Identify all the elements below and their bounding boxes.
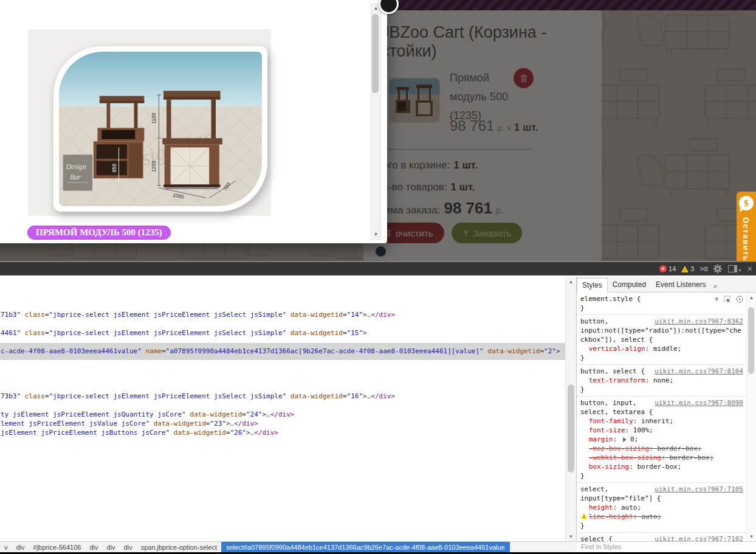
elements-code-line[interactable]: 4461" class="jbprice-select jsElement js… xyxy=(1,328,367,338)
devtools-close-icon[interactable]: × xyxy=(747,264,752,274)
modal-scrollbar-thumb[interactable] xyxy=(372,14,379,93)
breadcrumb-item[interactable]: v xyxy=(0,544,12,551)
breadcrumb-item[interactable]: span.jbprice-option-select xyxy=(137,544,221,551)
css-property[interactable]: font-size: 100%; xyxy=(580,426,743,435)
breadcrumb-item[interactable]: div xyxy=(120,544,137,551)
elements-scrollbar-thumb[interactable] xyxy=(568,384,574,473)
web-page: JBZoo Cart (Корзина - стойки) Прямой мод… xyxy=(0,0,756,261)
css-property[interactable]: !line-height: auto; xyxy=(580,512,743,521)
dim-1200: 1200 xyxy=(151,161,157,172)
dock-side-icon[interactable]: ▼ xyxy=(728,265,742,272)
scroll-up-arrow[interactable]: ▲ xyxy=(747,294,756,302)
dim-850: 850 xyxy=(111,164,117,172)
styles-scrollbar[interactable]: ▲ ▼ xyxy=(746,293,756,542)
scroll-down-arrow[interactable]: ▼ xyxy=(747,533,756,541)
elements-code-line[interactable]: jsElement jsPriceElement jsButtons jsCor… xyxy=(1,428,278,437)
devtools-toolbar: × 14 ! 3 >≡ xyxy=(0,262,756,275)
product-photo-frame: Design Bar xyxy=(28,29,271,216)
css-property[interactable]: height: auto; xyxy=(580,503,743,512)
product-photo-card: Design Bar xyxy=(53,46,267,212)
expand-shorthand-icon[interactable] xyxy=(623,437,629,442)
css-source-link[interactable]: uikit.min.css?967:7105 xyxy=(655,485,743,494)
css-source-link[interactable]: uikit.min.css?967:8090 xyxy=(655,398,743,407)
breadcrumb-item[interactable]: div xyxy=(12,544,29,551)
css-rule: uikit.min.css?967:8090button, input, sel… xyxy=(577,396,746,483)
breadcrumb-item[interactable]: #jbprice-564106 xyxy=(29,544,86,551)
find-in-styles-input[interactable]: Find in Styles xyxy=(577,541,756,552)
warning-icon: ! xyxy=(581,513,587,519)
modal-scrollbar[interactable]: ▲ ▼ xyxy=(371,4,381,240)
elements-code-line[interactable]: c-acde-4f08-aae8-0103eeea4461value" name… xyxy=(1,347,560,356)
elements-breadcrumb: vdiv#jbprice-564106divdivdivspan.jbprice… xyxy=(0,541,577,552)
scroll-down-arrow[interactable]: ▼ xyxy=(371,230,380,239)
scroll-up-arrow[interactable]: ▲ xyxy=(566,278,576,286)
css-selector[interactable]: button, input, select, textarea { xyxy=(580,399,653,416)
product-name-pill: ПРЯМОЙ МОДУЛЬ 500 (1235) xyxy=(27,226,171,240)
css-rule: uikit.min.css?967:8362button, input:not(… xyxy=(577,315,746,365)
css-property[interactable]: margin: 0; xyxy=(580,435,743,444)
tab-computed[interactable]: Computed xyxy=(608,278,651,292)
css-property[interactable]: font-family: inherit; xyxy=(580,417,743,426)
warning-icon: ! xyxy=(681,266,689,272)
product-scene: Design Bar xyxy=(59,52,262,206)
styles-sidebar: Styles Computed Event Listeners » +eleme… xyxy=(577,277,756,542)
elements-code-line[interactable]: 73b3" class="jbprice-select jsElement js… xyxy=(1,392,395,401)
css-rule: uikit.min.css?967:7105select, input[type… xyxy=(577,483,746,533)
devtools-panel: × 14 ! 3 >≡ xyxy=(0,261,756,554)
console-errors-badge[interactable]: × 14 xyxy=(659,265,676,272)
styles-rules: +element.style {}uikit.min.css?967:8362b… xyxy=(577,293,746,542)
styles-scrollbar-thumb[interactable] xyxy=(748,307,754,374)
svg-text:Design: Design xyxy=(66,163,86,171)
elements-code-line[interactable]: ty jsElement jsPriceElement jsQuantity j… xyxy=(1,410,294,419)
css-property[interactable]: box-sizing: border-box; xyxy=(580,462,743,471)
svg-text:!: ! xyxy=(684,267,686,272)
css-selector[interactable]: button, select { xyxy=(580,367,645,375)
breadcrumb-item[interactable]: div xyxy=(103,544,120,551)
product-render[interactable]: Design Bar xyxy=(59,52,262,206)
error-icon: × xyxy=(659,265,667,272)
toggle-element-state-icon[interactable] xyxy=(736,296,743,303)
product-lightbox-modal: Design Bar xyxy=(0,0,387,243)
css-property[interactable]: -moz-box-sizing: border-box; xyxy=(580,444,743,453)
scroll-down-arrow[interactable]: ▼ xyxy=(566,533,576,541)
svg-text:Bar: Bar xyxy=(70,173,81,181)
css-property[interactable]: -webkit-box-sizing: border-box; xyxy=(580,453,743,462)
elements-scrollbar[interactable]: ▲ ▼ xyxy=(565,277,576,542)
error-count: 14 xyxy=(668,265,676,272)
elements-tree: 71b3" class="jbprice-select jsElement js… xyxy=(0,277,565,542)
css-selector[interactable]: element.style { xyxy=(580,295,641,303)
more-tabs-icon[interactable]: » xyxy=(711,280,720,292)
console-drawer-icon[interactable]: >≡ xyxy=(699,265,707,273)
svg-text:!: ! xyxy=(583,514,585,519)
dim-1100: 1100 xyxy=(151,113,157,124)
screen: JBZoo Cart (Корзина - стойки) Прямой мод… xyxy=(0,0,756,554)
new-style-rule-icon[interactable]: + xyxy=(714,294,719,303)
warning-count: 3 xyxy=(690,265,694,272)
breadcrumb-item-selected[interactable]: select#a07895f0990a4484eb1ce4137d1366ac9… xyxy=(221,542,510,552)
inspect-icon[interactable] xyxy=(724,296,731,303)
tab-styles[interactable]: Styles xyxy=(577,278,608,293)
elements-code-line[interactable]: 71b3" class="jbprice-select jsElement js… xyxy=(1,310,395,319)
css-rule: uikit.min.css?967:8104button, select {te… xyxy=(577,365,746,396)
feedback-tab-label: Оставить заявку xyxy=(741,217,751,261)
css-property[interactable]: text-transform: none; xyxy=(580,376,743,385)
tab-event-listeners[interactable]: Event Listeners xyxy=(651,278,711,292)
styles-tabbar: Styles Computed Event Listeners » xyxy=(577,277,756,293)
settings-gear-icon[interactable] xyxy=(713,264,723,274)
money-bubble-icon: $ xyxy=(739,196,754,210)
elements-code-line[interactable]: lement jsPriceElement jsValue jsCore" da… xyxy=(1,419,258,428)
css-source-link[interactable]: uikit.min.css?967:8362 xyxy=(655,317,743,326)
breadcrumb-item[interactable]: div xyxy=(85,544,102,551)
dollar-glyph: $ xyxy=(744,198,749,209)
css-source-link[interactable]: uikit.min.css?967:8104 xyxy=(655,367,743,376)
feedback-tab[interactable]: $ Оставить заявку xyxy=(737,192,756,261)
css-rule: +element.style {} xyxy=(577,293,746,315)
css-selector[interactable]: select, input[type="file"] { xyxy=(580,485,661,502)
designer-logo: Design Bar xyxy=(63,154,92,190)
css-property[interactable]: vertical-align: middle; xyxy=(580,344,743,353)
console-warnings-badge[interactable]: ! 3 xyxy=(681,265,694,272)
